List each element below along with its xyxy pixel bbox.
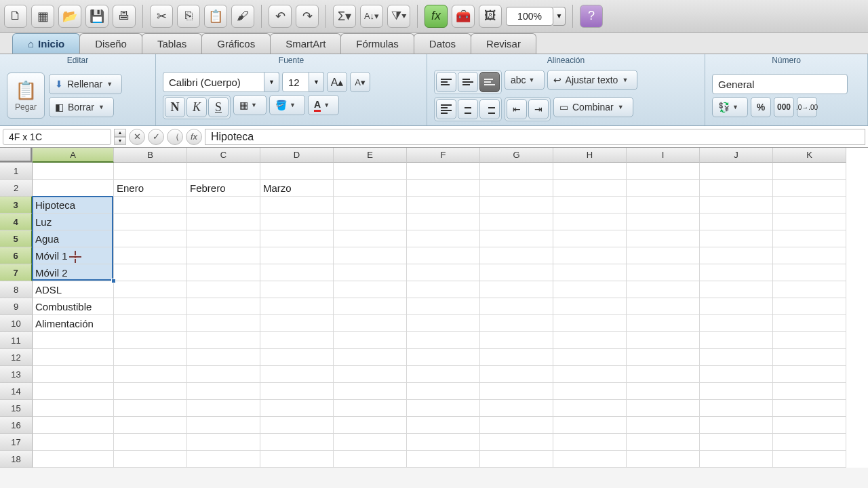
cell-H4[interactable] [553,214,627,230]
column-header-G[interactable]: G [480,148,553,163]
cell-A10[interactable]: Alimentación [33,315,114,332]
cell-B6[interactable] [114,247,187,264]
column-header-B[interactable]: B [114,148,187,163]
cell-A11[interactable] [33,332,114,349]
row-header-16[interactable]: 16 [0,417,33,434]
tab-datos[interactable]: Datos [414,33,471,54]
cell-C1[interactable] [187,163,260,180]
cell-B3[interactable] [114,197,187,214]
cell-H3[interactable] [553,197,627,214]
cell-K3[interactable] [773,197,846,214]
cell-D1[interactable] [260,163,334,180]
tab-graficos[interactable]: Gráficos [201,33,271,54]
column-header-D[interactable]: D [260,148,334,163]
cell-C12[interactable] [187,349,260,366]
cell-G5[interactable] [480,230,553,247]
formula-input[interactable]: Hipoteca [205,129,865,145]
cell-A1[interactable] [33,163,114,180]
cell-J9[interactable] [700,298,773,315]
paste-icon[interactable]: 📋 [204,5,227,28]
align-left-button[interactable] [436,99,456,119]
tab-diseno[interactable]: Diseño [79,33,142,54]
save-icon[interactable]: 💾 [85,5,108,28]
format-painter-icon[interactable]: 🖌 [231,5,254,28]
cell-D18[interactable] [260,451,334,468]
row-header-12[interactable]: 12 [0,349,33,366]
cell-E1[interactable] [334,163,407,180]
cell-J1[interactable] [700,163,773,180]
font-size-dropdown[interactable]: ▼ [309,72,324,92]
cell-F16[interactable] [407,417,480,434]
font-name-dropdown[interactable]: ▼ [264,72,279,92]
borders-button[interactable]: ▦▼ [233,95,267,115]
cell-H1[interactable] [553,163,627,180]
cell-K8[interactable] [773,281,846,298]
cell-J18[interactable] [700,451,773,468]
fill-button[interactable]: ⬇ Rellenar ▼ [49,74,122,94]
selection-fill-handle[interactable] [111,279,116,283]
cell-F8[interactable] [407,281,480,298]
cell-C18[interactable] [187,451,260,468]
help-icon[interactable]: ? [580,5,603,28]
cell-B14[interactable] [114,383,187,400]
cell-H10[interactable] [553,315,627,332]
cell-F13[interactable] [407,366,480,383]
cell-A4[interactable]: Luz [33,214,114,230]
cell-J16[interactable] [700,417,773,434]
cell-C10[interactable] [187,315,260,332]
cell-C16[interactable] [187,417,260,434]
cell-I3[interactable] [627,197,700,214]
cell-A7[interactable]: Móvil 2 [33,264,114,281]
row-header-10[interactable]: 10 [0,315,33,332]
align-right-button[interactable] [479,99,500,119]
cell-C4[interactable] [187,214,260,230]
column-header-J[interactable]: J [700,148,773,163]
cells-area[interactable]: EneroFebreroMarzoHipotecaLuzAguaMóvil 1M… [33,163,846,468]
cell-E5[interactable] [334,230,407,247]
cell-I7[interactable] [627,264,700,281]
cell-K1[interactable] [773,163,846,180]
cell-B10[interactable] [114,315,187,332]
cell-E18[interactable] [334,451,407,468]
cell-K12[interactable] [773,349,846,366]
underline-button[interactable]: S [208,97,229,117]
cell-C15[interactable] [187,400,260,417]
cell-E4[interactable] [334,214,407,230]
select-all-corner[interactable] [0,148,33,163]
cell-B12[interactable] [114,349,187,366]
cell-K7[interactable] [773,264,846,281]
row-header-8[interactable]: 8 [0,281,33,298]
cell-E8[interactable] [334,281,407,298]
cell-G6[interactable] [480,247,553,264]
cell-F17[interactable] [407,434,480,451]
cell-A8[interactable]: ADSL [33,281,114,298]
cell-H11[interactable] [553,332,627,349]
merge-button[interactable]: ▭ Combinar ▼ [553,97,633,117]
row-header-3[interactable]: 3 [0,197,33,214]
cell-G14[interactable] [480,383,553,400]
redo-icon[interactable]: ↷ [296,5,319,28]
cell-A17[interactable] [33,434,114,451]
name-box-steppers[interactable]: ▲▼ [114,129,126,145]
cell-K14[interactable] [773,383,846,400]
cell-C8[interactable] [187,281,260,298]
increase-indent-button[interactable]: ⇥ [528,99,549,119]
cell-C7[interactable] [187,264,260,281]
cell-K4[interactable] [773,214,846,230]
cell-A6[interactable]: Móvil 1 [33,247,114,264]
tab-formulas[interactable]: Fórmulas [340,33,414,54]
cell-J5[interactable] [700,230,773,247]
cell-A12[interactable] [33,349,114,366]
cell-H7[interactable] [553,264,627,281]
cell-E2[interactable] [334,180,407,197]
cell-B17[interactable] [114,434,187,451]
cell-F5[interactable] [407,230,480,247]
cell-D6[interactable] [260,247,334,264]
cancel-formula-button[interactable]: ✕ [129,129,145,145]
cell-D3[interactable] [260,197,334,214]
bold-button[interactable]: N [165,97,185,117]
cell-E9[interactable] [334,298,407,315]
shrink-font-button[interactable]: A▾ [350,72,370,92]
column-header-K[interactable]: K [773,148,846,163]
tab-tablas[interactable]: Tablas [142,33,202,54]
